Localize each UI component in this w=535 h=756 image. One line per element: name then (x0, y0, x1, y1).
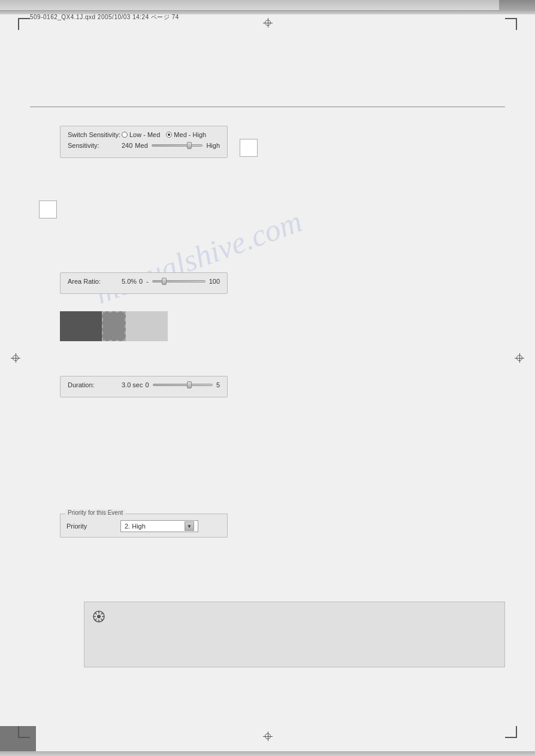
white-box-sensitivity (240, 139, 258, 157)
switch-sensitivity-panel: Switch Sensitivity: Low - Med Med - High… (60, 126, 228, 158)
duration-slider-thumb[interactable] (187, 381, 192, 388)
area-ratio-slider-track[interactable] (152, 280, 205, 283)
priority-select-field[interactable]: 2. High ▼ (120, 520, 198, 532)
strip-dashed (102, 311, 126, 341)
priority-dropdown[interactable]: 2. High ▼ (120, 520, 198, 532)
priority-group-label: Priority for this Event (65, 509, 125, 516)
sensitivity-slider-container: Med High (135, 142, 220, 149)
svg-line-8 (101, 613, 103, 615)
sensitivity-slider-thumb[interactable] (187, 142, 192, 149)
area-ratio-slider-container: 0 - 100 (139, 278, 220, 285)
priority-box: Priority for this Event Priority 2. High… (60, 514, 228, 538)
corner-mark-bottom-left (18, 726, 30, 738)
area-ratio-row: Area Ratio: 5.0% 0 - 100 (68, 278, 220, 285)
svg-point-1 (97, 615, 101, 618)
reg-mark-mid-left (11, 353, 20, 363)
svg-line-9 (95, 619, 97, 621)
sensitivity-slider-row: Sensitivity: 240 Med High (68, 142, 220, 149)
white-box-left (39, 201, 57, 218)
switch-sensitivity-label: Switch Sensitivity: (68, 131, 122, 138)
priority-selected-value: 2. High (125, 523, 146, 530)
duration-slider-min: 0 (145, 381, 149, 388)
duration-value: 3.0 sec (122, 381, 143, 388)
info-box (84, 602, 505, 667)
slider-min-label: Med (135, 142, 147, 149)
radio-circle-med-high[interactable] (166, 132, 172, 138)
radio-circle-low-med[interactable] (122, 132, 128, 138)
strip-light (126, 311, 168, 341)
radio-group: Low - Med Med - High (122, 131, 206, 138)
priority-panel: Priority for this Event Priority 2. High… (60, 514, 228, 538)
settings-icon (92, 610, 105, 623)
switch-sensitivity-row: Switch Sensitivity: Low - Med Med - High (68, 131, 220, 138)
reg-mark-bottom-center (263, 731, 273, 741)
reg-mark-top-center (263, 18, 273, 28)
area-ratio-slider-thumb[interactable] (162, 278, 167, 285)
top-bar (0, 0, 535, 11)
area-ratio-value: 5.0% (122, 278, 137, 285)
radio-med-high[interactable]: Med - High (166, 131, 206, 138)
strip-dark (60, 311, 102, 341)
hr-separator (30, 107, 505, 107)
area-ratio-slider-min: 0 (139, 278, 143, 285)
radio-label-med-high: Med - High (174, 131, 206, 138)
area-ratio-dash: - (146, 278, 149, 285)
radio-low-med[interactable]: Low - Med (122, 131, 160, 138)
duration-slider-container: 0 5 (145, 381, 220, 388)
sensitivity-value: 240 (122, 142, 132, 149)
corner-mark-bottom-right (505, 726, 517, 738)
duration-row: Duration: 3.0 sec 0 5 (68, 381, 220, 388)
svg-line-7 (101, 619, 103, 621)
priority-row: Priority 2. High ▼ (67, 520, 221, 532)
duration-slider-track[interactable] (153, 384, 213, 386)
area-ratio-panel: Area Ratio: 5.0% 0 - 100 (60, 272, 228, 294)
duration-panel: Duration: 3.0 sec 0 5 (60, 376, 228, 397)
priority-dropdown-arrow[interactable]: ▼ (185, 521, 194, 531)
sensitivity-label: Sensitivity: (68, 142, 122, 149)
sensitivity-slider-track[interactable] (152, 144, 203, 147)
gray-stripe-bottom (0, 751, 535, 756)
info-icon (92, 609, 106, 624)
top-bar-right-accent (499, 0, 535, 11)
reg-mark-mid-right (515, 353, 524, 363)
header-file-info: 509-0162_QX4.1J.qxd 2005/10/03 14:24 ページ… (30, 13, 179, 22)
corner-mark-top-right (505, 18, 517, 30)
area-ratio-label: Area Ratio: (68, 278, 122, 285)
corner-mark-top-left (18, 18, 30, 30)
radio-label-low-med: Low - Med (129, 131, 160, 138)
watermark: manualshive.com (90, 204, 307, 311)
slider-max-label: High (206, 142, 220, 149)
priority-label: Priority (67, 523, 120, 530)
svg-line-6 (95, 613, 97, 615)
area-ratio-slider-max: 100 (209, 278, 220, 285)
duration-label: Duration: (68, 381, 122, 388)
image-strip (60, 311, 168, 341)
duration-slider-max: 5 (216, 381, 220, 388)
